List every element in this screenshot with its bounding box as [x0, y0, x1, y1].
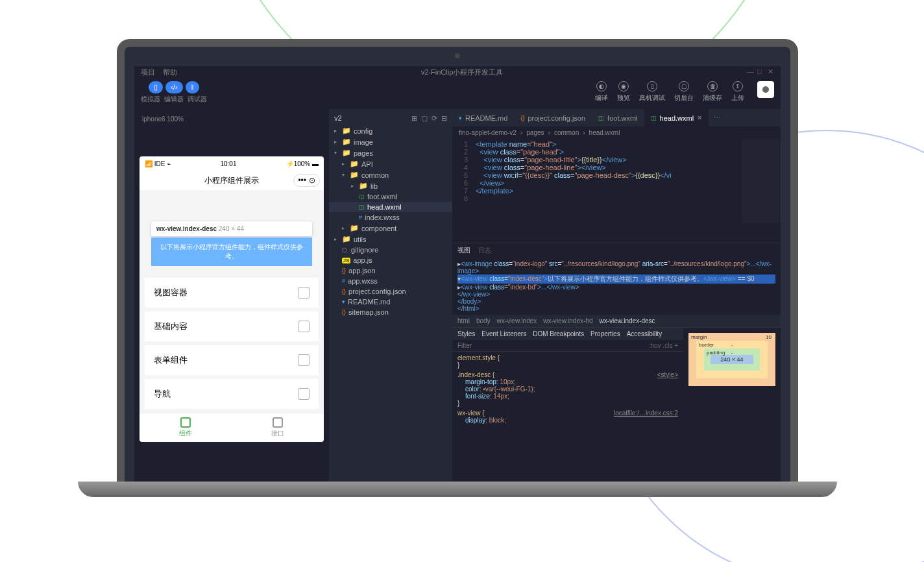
breadcrumb-item[interactable]: head.wxml — [589, 129, 620, 136]
sim-label: 模拟器 — [141, 95, 160, 104]
file-explorer: v2 ⊞ ▢ ⟳ ⊟ ▸📁config▸📁image▾📁pages▸📁API▾📁… — [329, 109, 452, 482]
file-item[interactable]: #app.wxss — [329, 276, 452, 286]
element-node[interactable]: ▾<wx-view class="index-desc">以下将展示小程序官方组… — [457, 275, 775, 284]
cache-button[interactable]: 🗑清缓存 — [703, 81, 722, 103]
element-node[interactable]: </html> — [457, 305, 775, 312]
styles-tab[interactable]: Event Listeners — [481, 330, 526, 337]
folder-icon: 📁 — [359, 182, 368, 190]
minimap[interactable] — [742, 139, 781, 223]
bg-button[interactable]: ▢切后台 — [674, 81, 694, 103]
selected-element[interactable]: 以下将展示小程序官方组件能力，组件样式仅供参考。 — [151, 238, 312, 266]
folder-item[interactable]: ▸📁config — [329, 125, 452, 136]
list-item[interactable]: 视图容器 — [145, 278, 319, 308]
styles-tab[interactable]: Accessibility — [627, 330, 662, 337]
wxss-file-icon: # — [359, 214, 362, 221]
editor-tab[interactable]: ▾README.md — [452, 109, 514, 127]
tabs-more-icon[interactable]: ⋯ — [709, 109, 726, 127]
element-node[interactable]: ▸<wx-image class="index-logo" src="../re… — [457, 260, 775, 275]
editor-tab[interactable]: ◫foot.wxml — [592, 109, 644, 127]
debug-toggle[interactable]: ⫴ — [186, 81, 199, 93]
elements-panel[interactable]: ▸<wx-image class="index-logo" src="../re… — [452, 258, 781, 315]
element-node[interactable]: ▸<wx-view class="index-bd">...</wx-view> — [457, 284, 775, 291]
remote-button[interactable]: ▯真机调试 — [639, 81, 665, 103]
folder-item[interactable]: ▾📁pages — [329, 147, 452, 158]
folder-icon: 📁 — [350, 171, 359, 179]
source-link[interactable]: localfile:/…index.css:2 — [614, 409, 678, 417]
ide-window: 项目 帮助 v2-FinClip小程序开发工具 — □ ✕ ▯ ‹/› ⫴ — [134, 66, 781, 482]
folder-item[interactable]: ▸📁lib — [329, 180, 452, 191]
switch-icon: ▢ — [679, 81, 689, 92]
capsule-button[interactable]: •••⊙ — [293, 174, 320, 187]
maximize-icon[interactable]: □ — [757, 67, 764, 74]
styles-filter[interactable] — [457, 342, 649, 349]
dev-tab-log[interactable]: 日志 — [478, 246, 491, 255]
folder-item[interactable]: ▸📁component — [329, 223, 452, 234]
file-item[interactable]: {}project.config.json — [329, 286, 452, 297]
status-time: 10:01 — [220, 160, 236, 167]
element-node[interactable]: </wx-view> — [457, 291, 775, 298]
file-item[interactable]: ◻.gitignore — [329, 245, 452, 255]
source-link[interactable]: <style> — [657, 371, 678, 378]
crumb-item[interactable]: wx-view.index-desc — [599, 317, 655, 324]
sim-toggle[interactable]: ▯ — [149, 81, 163, 93]
add-rule-icon[interactable]: + — [674, 342, 678, 349]
element-node[interactable]: </body> — [457, 298, 775, 305]
editor-tab[interactable]: {}project.config.json — [514, 109, 592, 127]
breadcrumb-item[interactable]: fino-applet-demo-v2 — [459, 129, 517, 136]
file-item[interactable]: ▾README.md — [329, 297, 452, 307]
collapse-icon[interactable]: ⊟ — [441, 114, 447, 123]
preview-icon: ◉ — [618, 81, 629, 92]
preview-button[interactable]: ◉预览 — [617, 81, 630, 103]
editor-toggle[interactable]: ‹/› — [165, 81, 182, 93]
hov-toggle[interactable]: :hov — [649, 342, 661, 349]
menu-help[interactable]: 帮助 — [163, 67, 177, 77]
new-file-icon[interactable]: ⊞ — [411, 114, 417, 123]
json-file-icon: {} — [520, 115, 524, 121]
breadcrumb-item[interactable]: common — [554, 129, 579, 136]
editor-tab[interactable]: ◫head.wxml✕ — [644, 109, 709, 127]
file-item[interactable]: {}sitemap.json — [329, 307, 452, 317]
crumb-item[interactable]: html — [457, 317, 470, 324]
styles-tab[interactable]: DOM Breakpoints — [533, 330, 584, 337]
inspect-tooltip: wx-view.index-desc 240 × 44 — [151, 221, 312, 236]
avatar[interactable] — [757, 81, 774, 98]
breadcrumb: fino-applet-demo-v2 › pages › common › h… — [452, 127, 781, 139]
crumb-item[interactable]: wx-view.index-hd — [543, 317, 592, 324]
project-root[interactable]: v2 — [334, 114, 342, 123]
dev-tab-view[interactable]: 视图 — [457, 246, 470, 255]
json-file-icon: {} — [342, 288, 346, 295]
folder-item[interactable]: ▸📁image — [329, 136, 452, 147]
api-tab[interactable]: 接口 — [232, 413, 324, 442]
close-icon[interactable]: ✕ — [768, 67, 774, 74]
folder-item[interactable]: ▾📁common — [329, 169, 452, 180]
folder-item[interactable]: ▸📁API — [329, 158, 452, 169]
refresh-icon[interactable]: ⟳ — [432, 114, 437, 123]
code-editor[interactable]: 1<template name="head">2 <view class="pa… — [452, 139, 781, 204]
breadcrumb-item[interactable]: pages — [526, 129, 544, 136]
styles-tab[interactable]: Properties — [590, 330, 620, 337]
styles-body[interactable]: element.style {} <style> .index-desc { m… — [452, 352, 683, 482]
window-title: v2-FinClip小程序开发工具 — [185, 67, 739, 77]
file-item[interactable]: #index.wxss — [329, 212, 452, 223]
components-tab[interactable]: 组件 — [140, 413, 232, 442]
file-item[interactable]: ◫foot.wxml — [329, 191, 452, 202]
minimize-icon[interactable]: — — [747, 67, 753, 74]
folder-item[interactable]: ▸📁utils — [329, 234, 452, 245]
styles-tab[interactable]: Styles — [457, 330, 475, 337]
file-item[interactable]: {}app.json — [329, 265, 452, 276]
menu-project[interactable]: 项目 — [141, 67, 155, 77]
list-item[interactable]: 导航 — [145, 379, 319, 409]
file-item[interactable]: ◫head.wxml — [329, 202, 452, 212]
compile-button[interactable]: ◐编译 — [595, 81, 608, 103]
crumb-item[interactable]: body — [476, 317, 491, 324]
box-content: 240 × 44 — [711, 355, 753, 364]
list-item[interactable]: 表单组件 — [145, 345, 319, 375]
cls-toggle[interactable]: .cls — [663, 342, 672, 349]
file-item[interactable]: JSapp.js — [329, 255, 452, 265]
list-item[interactable]: 基础内容 — [145, 312, 319, 341]
compile-icon: ◐ — [596, 81, 607, 92]
upload-button[interactable]: ↥上传 — [731, 81, 744, 103]
crumb-item[interactable]: wx-view.index — [497, 317, 537, 324]
new-folder-icon[interactable]: ▢ — [421, 114, 428, 123]
close-tab-icon[interactable]: ✕ — [697, 114, 702, 121]
